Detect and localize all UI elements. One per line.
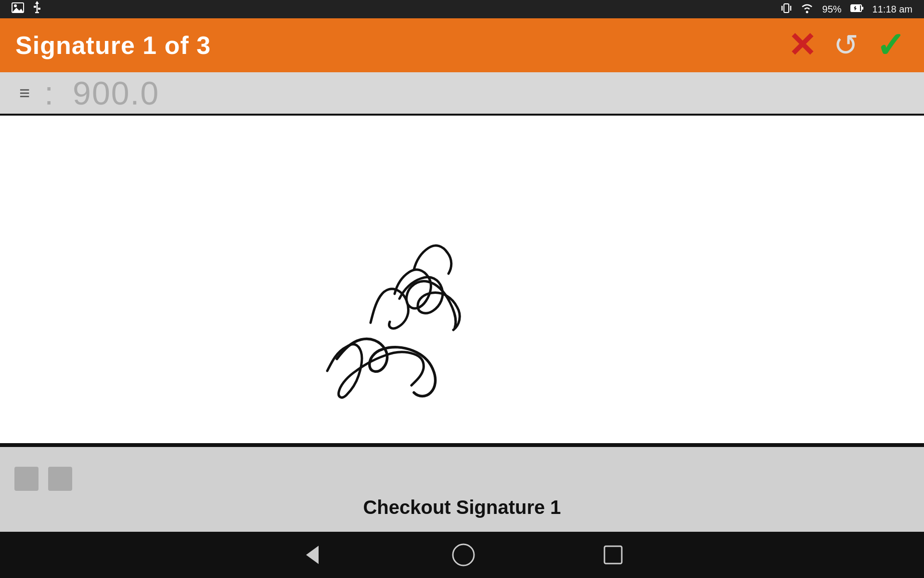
toolbar-title: Signature 1 of 3 bbox=[15, 31, 211, 60]
svg-point-1 bbox=[14, 4, 17, 7]
info-row: ≡ : 900.0 bbox=[0, 72, 924, 116]
cancel-button[interactable]: ✕ bbox=[784, 25, 820, 66]
bottom-info: Checkout Signature 1 bbox=[0, 445, 924, 532]
signature-canvas[interactable] bbox=[0, 116, 924, 445]
svg-rect-6 bbox=[34, 6, 36, 8]
info-colon: : bbox=[44, 74, 53, 112]
thumbnail-1 bbox=[14, 467, 38, 491]
wifi-icon bbox=[800, 3, 814, 16]
status-bar-right: 95% 11:18 am bbox=[781, 2, 912, 16]
svg-point-11 bbox=[806, 11, 808, 13]
status-bar-left bbox=[12, 1, 41, 17]
refresh-icon: ↺ bbox=[834, 30, 859, 60]
app-toolbar: Signature 1 of 3 ✕ ↺ ✓ bbox=[0, 18, 924, 72]
refresh-button[interactable]: ↺ bbox=[830, 26, 862, 64]
image-icon bbox=[12, 2, 24, 16]
thumbnail-2 bbox=[48, 467, 72, 491]
svg-rect-14 bbox=[861, 7, 863, 10]
svg-marker-2 bbox=[12, 8, 24, 13]
check-icon: ✓ bbox=[876, 28, 905, 63]
navigation-bar bbox=[0, 532, 924, 578]
svg-rect-20 bbox=[604, 546, 622, 564]
home-button[interactable] bbox=[450, 542, 476, 568]
back-button[interactable] bbox=[299, 542, 325, 568]
thumbnail-row bbox=[0, 461, 924, 497]
svg-marker-5 bbox=[35, 1, 39, 4]
svg-rect-7 bbox=[38, 8, 40, 10]
battery-percent: 95% bbox=[822, 4, 842, 15]
toolbar-actions: ✕ ↺ ✓ bbox=[784, 24, 909, 66]
vibrate-icon bbox=[781, 2, 792, 16]
svg-point-19 bbox=[453, 544, 474, 565]
confirm-button[interactable]: ✓ bbox=[872, 24, 909, 66]
svg-marker-18 bbox=[306, 546, 319, 564]
status-bar: 95% 11:18 am bbox=[0, 0, 924, 18]
close-icon: ✕ bbox=[788, 28, 816, 62]
menu-icon: ≡ bbox=[19, 84, 30, 102]
usb-icon bbox=[33, 1, 41, 17]
info-amount: 900.0 bbox=[73, 74, 159, 112]
battery-icon bbox=[850, 4, 864, 15]
svg-rect-8 bbox=[784, 4, 789, 13]
recent-apps-button[interactable] bbox=[602, 543, 625, 566]
time-display: 11:18 am bbox=[873, 4, 912, 15]
checkout-signature-label: Checkout Signature 1 bbox=[0, 497, 924, 518]
